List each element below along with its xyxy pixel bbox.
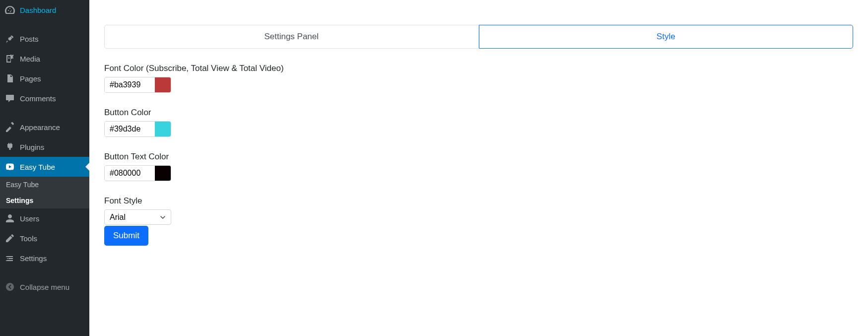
plugins-icon xyxy=(5,142,15,152)
sidebar-item-label: Collapse menu xyxy=(20,283,69,291)
sidebar-item-label: Posts xyxy=(20,35,39,43)
sidebar-item-plugins[interactable]: Plugins xyxy=(0,137,89,157)
font-color-swatch[interactable] xyxy=(155,77,171,92)
submenu-item-easy-tube[interactable]: Easy Tube xyxy=(0,177,89,193)
button-text-color-group: Button Text Color xyxy=(104,152,853,181)
sidebar-item-media[interactable]: Media xyxy=(0,49,89,68)
font-style-label: Font Style xyxy=(104,196,853,206)
font-style-select[interactable]: Arial xyxy=(104,209,171,225)
sidebar-item-users[interactable]: Users xyxy=(0,208,89,228)
sidebar-item-label: Comments xyxy=(20,94,56,103)
tools-icon xyxy=(5,233,15,243)
dashboard-icon xyxy=(5,5,15,15)
button-color-group: Button Color xyxy=(104,108,853,137)
pages-icon xyxy=(5,73,15,83)
sidebar-item-label: Media xyxy=(20,55,40,63)
button-text-color-swatch[interactable] xyxy=(155,166,171,181)
sidebar-item-label: Plugins xyxy=(20,143,44,151)
sidebar-item-posts[interactable]: Posts xyxy=(0,29,89,49)
pin-icon xyxy=(5,34,15,44)
sidebar-item-label: Easy Tube xyxy=(20,163,55,171)
button-text-color-input[interactable] xyxy=(105,166,155,181)
sidebar-item-appearance[interactable]: Appearance xyxy=(0,117,89,137)
button-text-color-input-wrap xyxy=(104,165,171,181)
users-icon xyxy=(5,213,15,223)
sidebar-item-label: Dashboard xyxy=(20,6,56,14)
youtube-icon xyxy=(5,162,15,172)
media-icon xyxy=(5,54,15,64)
font-color-label: Font Color (Subscribe, Total View & Tota… xyxy=(104,64,853,73)
sidebar-item-collapse[interactable]: Collapse menu xyxy=(0,277,89,297)
sidebar-item-label: Appearance xyxy=(20,123,60,132)
sidebar-item-tools[interactable]: Tools xyxy=(0,228,89,248)
submit-button[interactable]: Submit xyxy=(104,226,148,246)
font-color-input-wrap xyxy=(104,77,171,93)
sidebar-item-label: Settings xyxy=(20,254,47,263)
font-style-group: Font Style Arial xyxy=(104,196,853,225)
tab-style[interactable]: Style xyxy=(479,25,854,49)
svg-point-0 xyxy=(6,283,14,291)
button-text-color-label: Button Text Color xyxy=(104,152,853,162)
font-color-input[interactable] xyxy=(105,77,155,92)
sidebar-item-label: Tools xyxy=(20,234,37,243)
sidebar-item-comments[interactable]: Comments xyxy=(0,88,89,108)
appearance-icon xyxy=(5,122,15,132)
tab-nav: Settings Panel Style xyxy=(104,25,853,49)
sidebar-item-dashboard[interactable]: Dashboard xyxy=(0,0,89,20)
main-content: Settings Panel Style Font Color (Subscri… xyxy=(89,0,868,336)
font-color-group: Font Color (Subscribe, Total View & Tota… xyxy=(104,64,853,93)
settings-icon xyxy=(5,253,15,263)
button-color-input-wrap xyxy=(104,121,171,137)
sidebar-submenu: Easy Tube Settings xyxy=(0,177,89,208)
button-color-label: Button Color xyxy=(104,108,853,118)
admin-sidebar: Dashboard Posts Media Pages Comments App… xyxy=(0,0,89,336)
comments-icon xyxy=(5,93,15,103)
button-color-input[interactable] xyxy=(105,122,155,136)
tab-settings-panel[interactable]: Settings Panel xyxy=(104,25,479,49)
sidebar-item-label: Pages xyxy=(20,74,41,83)
sidebar-item-pages[interactable]: Pages xyxy=(0,68,89,88)
button-color-swatch[interactable] xyxy=(155,122,171,136)
sidebar-item-easy-tube[interactable]: Easy Tube xyxy=(0,157,89,177)
sidebar-item-label: Users xyxy=(20,214,39,223)
sidebar-item-settings[interactable]: Settings xyxy=(0,248,89,268)
collapse-icon xyxy=(5,282,15,292)
submenu-item-settings[interactable]: Settings xyxy=(0,193,89,208)
